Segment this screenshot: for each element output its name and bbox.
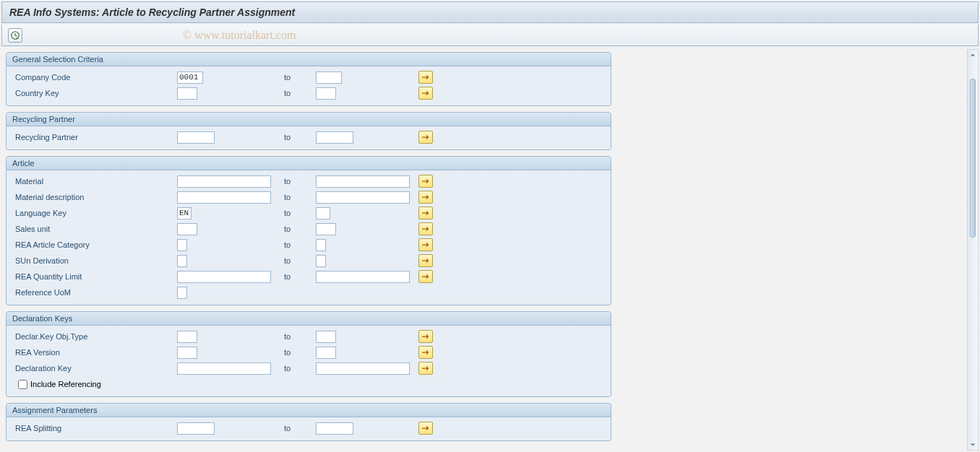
- sun-derivation-to-input[interactable]: [316, 255, 326, 267]
- vertical-scrollbar[interactable]: [967, 49, 979, 451]
- chevron-down-icon: [970, 442, 976, 448]
- execute-button[interactable]: [8, 28, 22, 43]
- section-assignment: Assignment Parameters REA Splitting to: [6, 403, 611, 441]
- label-material: Material: [12, 177, 177, 186]
- to-label: to: [284, 133, 316, 142]
- declar-key-obj-type-multi-button[interactable]: [418, 330, 433, 343]
- material-desc-multi-button[interactable]: [418, 191, 433, 204]
- section-header-article: Article: [6, 156, 611, 170]
- language-key-multi-button[interactable]: [418, 207, 433, 220]
- arrow-right-icon: [421, 74, 430, 81]
- section-header-general: General Selection Criteria: [6, 52, 611, 66]
- section-header-declaration: Declaration Keys: [6, 311, 611, 326]
- declaration-key-from-input[interactable]: [177, 362, 271, 375]
- section-header-recycling: Recycling Partner: [6, 112, 611, 126]
- row-language-key: Language Key to: [12, 205, 605, 221]
- arrow-right-icon: [421, 194, 430, 201]
- clock-execute-icon: [10, 30, 20, 40]
- recycling-partner-from-input[interactable]: [177, 131, 215, 144]
- section-article: Article Material to Material description…: [6, 156, 611, 305]
- page-title: REA Info Systems: Article to Recycling P…: [1, 1, 979, 23]
- rea-splitting-to-input[interactable]: [316, 422, 353, 435]
- declaration-key-to-input[interactable]: [316, 362, 410, 375]
- to-label: to: [284, 193, 316, 201]
- arrow-right-icon: [421, 90, 430, 97]
- label-material-desc: Material description: [12, 193, 177, 201]
- sales-unit-multi-button[interactable]: [418, 222, 433, 235]
- section-body-general: Company Code to Country Key to: [6, 66, 611, 106]
- company-code-from-input[interactable]: [177, 71, 203, 84]
- row-rea-article-cat: REA Article Category to: [12, 237, 605, 253]
- rea-article-cat-from-input[interactable]: [177, 239, 187, 251]
- sales-unit-from-input[interactable]: [177, 223, 197, 235]
- to-label: to: [284, 424, 316, 433]
- row-rea-qty-limit: REA Quantity Limit to: [12, 269, 605, 284]
- rea-splitting-multi-button[interactable]: [418, 422, 433, 435]
- label-sun-derivation: SUn Derivation: [12, 256, 177, 265]
- row-country-key: Country Key to: [12, 85, 605, 101]
- row-include-referencing: Include Referencing: [12, 376, 605, 392]
- company-code-multi-button[interactable]: [418, 71, 433, 84]
- to-label: to: [284, 272, 316, 281]
- rea-splitting-from-input[interactable]: [177, 422, 215, 435]
- rea-article-cat-to-input[interactable]: [316, 239, 326, 251]
- company-code-to-input[interactable]: [316, 71, 342, 84]
- language-key-to-input[interactable]: [316, 207, 330, 220]
- section-recycling: Recycling Partner Recycling Partner to: [6, 112, 611, 150]
- rea-qty-limit-from-input[interactable]: [177, 271, 271, 283]
- row-recycling-partner: Recycling Partner to: [12, 129, 605, 145]
- content-area: General Selection Criteria Company Code …: [1, 49, 967, 451]
- section-header-assignment: Assignment Parameters: [6, 403, 611, 417]
- arrow-right-icon: [421, 365, 430, 372]
- sales-unit-to-input[interactable]: [316, 223, 336, 235]
- rea-qty-limit-to-input[interactable]: [316, 271, 410, 283]
- to-label: to: [284, 240, 316, 249]
- rea-qty-limit-multi-button[interactable]: [418, 270, 433, 283]
- section-body-declaration: Declar.Key Obj.Type to REA Version to De…: [6, 326, 611, 397]
- to-label: to: [284, 364, 316, 373]
- language-key-from-input[interactable]: [177, 207, 192, 220]
- sun-derivation-from-input[interactable]: [177, 255, 187, 267]
- reference-uom-input[interactable]: [177, 287, 187, 299]
- row-declaration-key: Declaration Key to: [12, 360, 605, 376]
- country-key-to-input[interactable]: [316, 87, 336, 100]
- rea-version-multi-button[interactable]: [418, 346, 433, 359]
- label-include-referencing: Include Referencing: [30, 380, 101, 388]
- row-sun-derivation: SUn Derivation to: [12, 253, 605, 269]
- scroll-up-button[interactable]: [968, 50, 978, 60]
- to-label: to: [284, 73, 316, 82]
- rea-version-to-input[interactable]: [316, 347, 336, 359]
- row-material: Material to: [12, 173, 605, 189]
- row-company-code: Company Code to: [12, 69, 605, 85]
- row-reference-uom: Reference UoM: [12, 284, 605, 300]
- to-label: to: [284, 225, 316, 233]
- declaration-key-multi-button[interactable]: [418, 362, 433, 375]
- material-desc-from-input[interactable]: [177, 191, 271, 204]
- material-from-input[interactable]: [177, 175, 271, 188]
- recycling-partner-to-input[interactable]: [316, 131, 353, 144]
- rea-version-from-input[interactable]: [177, 347, 197, 359]
- to-label: to: [284, 348, 316, 357]
- recycling-partner-multi-button[interactable]: [418, 131, 433, 144]
- section-body-assignment: REA Splitting to: [6, 417, 611, 441]
- declar-key-obj-type-to-input[interactable]: [316, 331, 336, 343]
- material-multi-button[interactable]: [418, 175, 433, 188]
- row-rea-splitting: REA Splitting to: [12, 420, 605, 436]
- row-declar-key-obj-type: Declar.Key Obj.Type to: [12, 329, 605, 344]
- declar-key-obj-type-from-input[interactable]: [177, 331, 197, 343]
- scroll-down-button[interactable]: [968, 440, 978, 450]
- arrow-right-icon: [421, 349, 430, 356]
- scroll-thumb[interactable]: [970, 79, 976, 238]
- sun-derivation-multi-button[interactable]: [418, 254, 433, 267]
- include-referencing-checkbox[interactable]: [18, 380, 27, 389]
- material-to-input[interactable]: [316, 175, 410, 188]
- rea-article-cat-multi-button[interactable]: [418, 238, 433, 251]
- country-key-multi-button[interactable]: [418, 87, 433, 100]
- label-recycling-partner: Recycling Partner: [12, 133, 177, 142]
- chevron-up-icon: [970, 52, 976, 58]
- material-desc-to-input[interactable]: [316, 191, 410, 204]
- section-body-recycling: Recycling Partner to: [6, 126, 611, 150]
- arrow-right-icon: [421, 134, 430, 141]
- country-key-from-input[interactable]: [177, 87, 197, 100]
- label-language-key: Language Key: [12, 209, 177, 217]
